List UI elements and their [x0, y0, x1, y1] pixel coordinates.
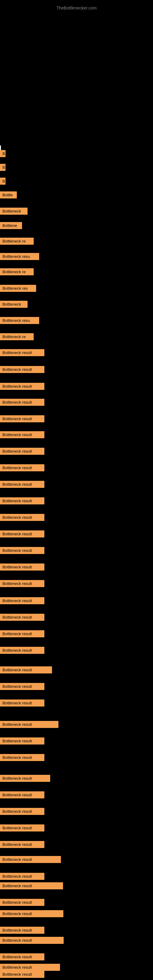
result-label-46: Bottleneck result — [0, 882, 63, 889]
result-item-26[interactable]: Bottleneck result — [0, 547, 45, 554]
result-item-22[interactable]: Bottleneck result — [0, 481, 45, 488]
result-item-31[interactable]: Bottleneck result — [0, 630, 45, 637]
result-item-6[interactable]: Bottlene — [0, 222, 22, 229]
result-item-49[interactable]: Bottleneck result — [0, 927, 45, 934]
result-label-39: Bottleneck result — [0, 775, 50, 782]
result-item-1[interactable]: B — [0, 150, 5, 157]
result-label-21: Bottleneck result — [0, 464, 45, 471]
result-label-16: Bottleneck result — [0, 383, 45, 390]
result-label-22: Bottleneck result — [0, 481, 45, 488]
result-item-46[interactable]: Bottleneck result — [0, 882, 63, 889]
result-label-7: Bottleneck re — [0, 238, 33, 245]
result-label-34: Bottleneck result — [0, 683, 45, 690]
result-item-47[interactable]: Bottleneck result — [0, 899, 45, 906]
result-label-1: B — [0, 150, 5, 157]
result-item-11[interactable]: Bottleneck — [0, 301, 27, 308]
result-item-32[interactable]: Bottleneck result — [0, 647, 45, 654]
result-label-33: Bottleneck result — [0, 667, 52, 673]
result-label-41: Bottleneck result — [0, 808, 45, 815]
result-label-10: Bottleneck res — [0, 285, 36, 292]
result-label-52: Bottleneck result — [0, 964, 60, 971]
result-item-48[interactable]: Bottleneck result — [0, 910, 63, 917]
result-item-44[interactable]: Bottleneck result — [0, 856, 61, 863]
result-label-49: Bottleneck result — [0, 927, 45, 934]
result-label-40: Bottleneck result — [0, 791, 45, 799]
result-item-34[interactable]: Bottleneck result — [0, 683, 45, 690]
result-label-51: Bottleneck result — [0, 953, 45, 960]
result-item-27[interactable]: Bottleneck result — [0, 563, 45, 571]
result-item-35[interactable]: Bottleneck result — [0, 700, 45, 706]
result-item-29[interactable]: Bottleneck result — [0, 597, 45, 604]
result-item-40[interactable]: Bottleneck result — [0, 791, 45, 799]
result-item-10[interactable]: Bottleneck res — [0, 285, 36, 292]
result-item-9[interactable]: Bottleneck re — [0, 268, 33, 275]
result-label-2: B — [0, 164, 5, 171]
result-item-19[interactable]: Bottleneck result — [0, 431, 45, 438]
result-label-24: Bottleneck result — [0, 514, 45, 521]
result-label-12: Bottleneck resu — [0, 317, 39, 324]
result-label-30: Bottleneck result — [0, 614, 45, 621]
result-label-44: Bottleneck result — [0, 856, 61, 863]
result-label-53: Bottleneck result — [0, 971, 45, 978]
result-label-48: Bottleneck result — [0, 910, 63, 917]
result-item-15[interactable]: Bottleneck result — [0, 366, 45, 373]
result-item-42[interactable]: Bottleneck result — [0, 824, 45, 832]
result-item-8[interactable]: Bottleneck resu — [0, 253, 39, 260]
result-item-37[interactable]: Bottleneck result — [0, 737, 45, 745]
result-item-5[interactable]: Bottleneck — [0, 208, 27, 215]
result-item-43[interactable]: Bottleneck result — [0, 841, 45, 848]
result-label-43: Bottleneck result — [0, 841, 45, 848]
result-label-42: Bottleneck result — [0, 824, 45, 832]
result-item-36[interactable]: Bottleneck result — [0, 721, 59, 728]
result-item-2[interactable]: B — [0, 164, 5, 171]
result-label-47: Bottleneck result — [0, 899, 45, 906]
result-item-53[interactable]: Bottleneck result — [0, 971, 45, 978]
result-label-19: Bottleneck result — [0, 431, 45, 438]
result-item-23[interactable]: Bottleneck result — [0, 497, 45, 504]
result-item-13[interactable]: Bottleneck re — [0, 333, 33, 340]
result-label-29: Bottleneck result — [0, 597, 45, 604]
result-item-50[interactable]: Bottleneck result — [0, 937, 64, 944]
result-item-17[interactable]: Bottleneck result — [0, 399, 45, 406]
result-label-45: Bottleneck result — [0, 873, 45, 880]
result-item-51[interactable]: Bottleneck result — [0, 953, 45, 960]
result-item-7[interactable]: Bottleneck re — [0, 238, 33, 245]
result-label-26: Bottleneck result — [0, 547, 45, 554]
result-item-21[interactable]: Bottleneck result — [0, 464, 45, 471]
result-item-24[interactable]: Bottleneck result — [0, 514, 45, 521]
result-label-13: Bottleneck re — [0, 333, 33, 340]
result-label-17: Bottleneck result — [0, 399, 45, 406]
result-item-28[interactable]: Bottleneck result — [0, 580, 45, 587]
result-label-37: Bottleneck result — [0, 737, 45, 745]
result-label-31: Bottleneck result — [0, 630, 45, 637]
result-label-14: Bottleneck result — [0, 349, 45, 356]
result-label-38: Bottleneck result — [0, 754, 45, 761]
result-item-14[interactable]: Bottleneck result — [0, 349, 45, 356]
result-item-16[interactable]: Bottleneck result — [0, 383, 45, 390]
result-label-32: Bottleneck result — [0, 647, 45, 654]
result-item-12[interactable]: Bottleneck resu — [0, 317, 39, 324]
result-label-36: Bottleneck result — [0, 721, 59, 728]
result-label-25: Bottleneck result — [0, 530, 45, 538]
result-item-18[interactable]: Bottleneck result — [0, 415, 45, 422]
result-item-33[interactable]: Bottleneck result — [0, 667, 52, 673]
result-item-52[interactable]: Bottleneck result — [0, 964, 60, 971]
result-label-8: Bottleneck resu — [0, 253, 39, 260]
result-label-35: Bottleneck result — [0, 700, 45, 706]
result-label-9: Bottleneck re — [0, 268, 33, 275]
result-label-4: Bottle — [0, 191, 17, 199]
result-label-3: B — [0, 178, 5, 185]
result-label-6: Bottlene — [0, 222, 22, 229]
result-item-39[interactable]: Bottleneck result — [0, 775, 50, 782]
result-item-38[interactable]: Bottleneck result — [0, 754, 45, 761]
result-item-45[interactable]: Bottleneck result — [0, 873, 45, 880]
result-item-20[interactable]: Bottleneck result — [0, 448, 45, 455]
result-label-5: Bottleneck — [0, 208, 27, 215]
result-label-20: Bottleneck result — [0, 448, 45, 455]
result-label-28: Bottleneck result — [0, 580, 45, 587]
result-item-4[interactable]: Bottle — [0, 191, 17, 199]
result-item-3[interactable]: B — [0, 178, 5, 185]
result-item-30[interactable]: Bottleneck result — [0, 614, 45, 621]
result-item-41[interactable]: Bottleneck result — [0, 808, 45, 815]
result-item-25[interactable]: Bottleneck result — [0, 530, 45, 538]
